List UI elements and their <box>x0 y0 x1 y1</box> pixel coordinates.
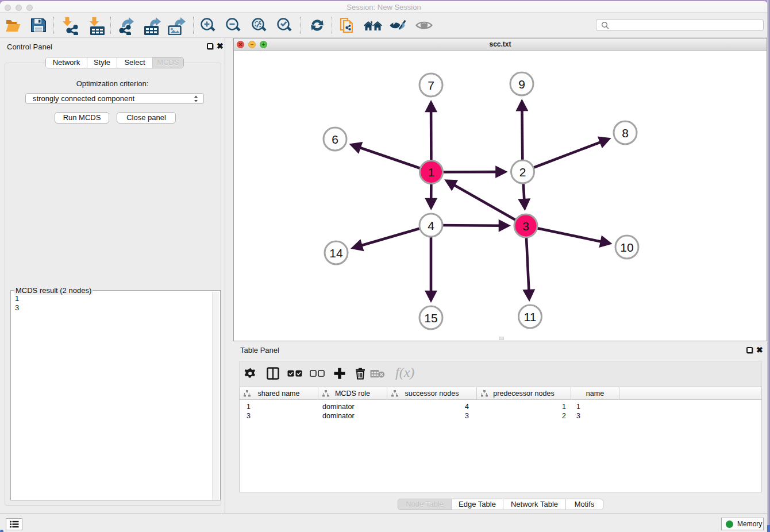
svg-text:4: 4 <box>428 219 434 232</box>
svg-text:9: 9 <box>518 78 525 91</box>
svg-text:15: 15 <box>424 311 437 325</box>
svg-text:2: 2 <box>519 165 526 179</box>
svg-text:3: 3 <box>522 219 529 233</box>
svg-text:11: 11 <box>524 310 537 323</box>
svg-text:8: 8 <box>622 126 629 140</box>
svg-text:14: 14 <box>329 246 343 260</box>
svg-text:10: 10 <box>620 241 633 254</box>
svg-text:7: 7 <box>428 79 434 92</box>
svg-text:6: 6 <box>332 133 338 146</box>
svg-text:1: 1 <box>428 165 435 179</box>
